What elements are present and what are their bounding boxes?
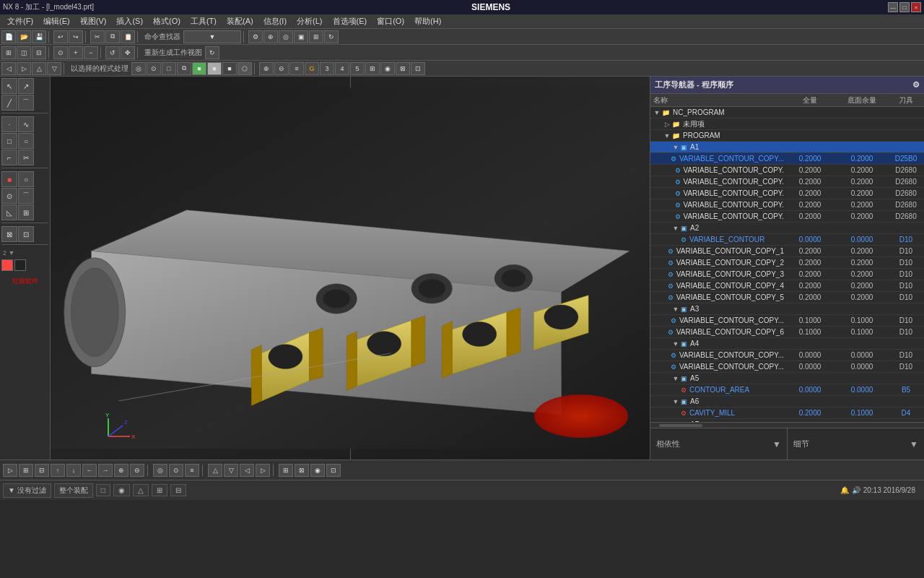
nav-row-vc-c5[interactable]: ⚙ VARIABLE_CONTOUR_COPY_5 0.2000 0.2000 … xyxy=(650,292,924,303)
tb-g1[interactable]: G xyxy=(305,62,319,75)
tb-undo[interactable]: ↩ xyxy=(53,30,68,43)
tb-sel7[interactable]: ■ xyxy=(222,62,237,75)
tb-more7[interactable]: ⊡ xyxy=(411,62,425,75)
menu-analysis[interactable]: 分析(L) xyxy=(292,15,326,27)
nav-row-vc-a4b[interactable]: ⚙ VARIABLE_CONTOUR_COPY... 0.0000 0.0000… xyxy=(650,361,924,373)
tb-open[interactable]: 📂 xyxy=(17,30,31,43)
menu-help[interactable]: 帮助(H) xyxy=(410,15,445,27)
sb-extrude[interactable]: ■ xyxy=(1,171,17,187)
tb-more5[interactable]: ◉ xyxy=(380,62,395,75)
bt-btn2[interactable]: ⊞ xyxy=(19,464,33,477)
tb-sel8[interactable]: ⬡ xyxy=(237,62,252,75)
minimize-button[interactable]: — xyxy=(888,2,898,12)
nav-row-vc-a4a[interactable]: ⚙ VARIABLE_CONTOUR_COPY... 0.0000 0.0000… xyxy=(650,350,924,361)
nav-row-cavity-mill[interactable]: ⚙ CAVITY_MILL 0.2000 0.1000 D4 xyxy=(650,407,924,419)
nav-row-vc-a3a[interactable]: ⚙ VARIABLE_CONTOUR_COPY... 0.1000 0.1000… xyxy=(650,315,924,327)
sb-line[interactable]: ╱ xyxy=(1,95,17,111)
bt-btn15[interactable]: ◁ xyxy=(240,464,254,477)
nav-row-program[interactable]: ▼ 📁 PROGRAM xyxy=(650,130,924,142)
scrollbar-thumb[interactable] xyxy=(659,424,702,427)
bt-btn7[interactable]: → xyxy=(98,464,113,477)
nav-row-vc[interactable]: ⚙ VARIABLE_CONTOUR 0.0000 0.0000 D10 xyxy=(650,234,924,246)
bt-btn4[interactable]: ↑ xyxy=(51,464,65,477)
menu-insert[interactable]: 插入(S) xyxy=(112,15,147,27)
nav-row-vc-c2[interactable]: ⚙ VARIABLE_CONTOUR_COPY_2 0.2000 0.2000 … xyxy=(650,257,924,269)
tb-copy[interactable]: ⧉ xyxy=(105,30,120,43)
nav-row-vc-copy4[interactable]: ⚙ VARIABLE_CONTOUR_COPY. 0.2000 0.2000 D… xyxy=(650,188,924,199)
menu-tools[interactable]: 工具(T) xyxy=(186,15,221,27)
tb-zoom-in[interactable]: + xyxy=(69,46,83,59)
menu-edit[interactable]: 编辑(E) xyxy=(39,15,74,27)
menu-format[interactable]: 格式(O) xyxy=(149,15,185,27)
bt-btn12[interactable]: ≡ xyxy=(185,464,199,477)
tb-new[interactable]: 📄 xyxy=(1,30,16,43)
detail-arrow[interactable]: ▼ xyxy=(910,439,918,449)
snap-btn4[interactable]: ⊞ xyxy=(152,484,167,496)
tb-more1[interactable]: ⊕ xyxy=(259,62,274,75)
sb-hole[interactable]: ⊙ xyxy=(1,188,17,204)
sb-pattern[interactable]: ⊞ xyxy=(18,204,34,220)
sb-fillet[interactable]: ⌐ xyxy=(1,150,17,165)
tb-save[interactable]: 💾 xyxy=(32,30,46,43)
nav-scrollbar[interactable] xyxy=(650,422,924,428)
expand-unused[interactable]: ▷ xyxy=(663,121,671,128)
tb-cmd-find[interactable]: ▼ xyxy=(183,30,241,43)
menu-assembly[interactable]: 装配(A) xyxy=(222,15,258,27)
nav-row-a1[interactable]: ▼ ▣ A1 xyxy=(650,142,924,153)
tb-regen[interactable]: ↻ xyxy=(205,46,219,59)
snap-btn3[interactable]: △ xyxy=(133,484,149,496)
bt-btn19[interactable]: ◉ xyxy=(310,464,325,477)
bt-btn5[interactable]: ↓ xyxy=(66,464,81,477)
nav-row-unused[interactable]: ▷ 📁 未用项 xyxy=(650,118,924,130)
expand-a3[interactable]: ▼ xyxy=(672,306,679,313)
assembly-status[interactable]: 整个装配 xyxy=(54,483,93,498)
viewport[interactable]: 翱翔培训 邱工 18706216380 QQ:164956036 手机:1870… xyxy=(51,77,650,460)
snap-btn2[interactable]: ◉ xyxy=(113,484,130,496)
tb-btn10[interactable]: ↻ xyxy=(324,30,339,43)
window-controls[interactable]: — □ × xyxy=(888,2,921,12)
maximize-button[interactable]: □ xyxy=(899,2,910,12)
menu-view[interactable]: 视图(V) xyxy=(76,15,111,27)
sb-circle[interactable]: ○ xyxy=(18,133,34,149)
bt-btn18[interactable]: ⊠ xyxy=(295,464,309,477)
nav-row-vc-c3[interactable]: ⚙ VARIABLE_CONTOUR_COPY_3 0.2000 0.2000 … xyxy=(650,269,924,280)
tb-btn7[interactable]: ◎ xyxy=(279,30,293,43)
tb-view3[interactable]: ⊟ xyxy=(32,46,46,59)
tb-sel1[interactable]: ◎ xyxy=(131,62,146,75)
nav-row-vc-a3b[interactable]: ⚙ VARIABLE_CONTOUR_COPY_6 0.1000 0.1000 … xyxy=(650,327,924,338)
tb-more2[interactable]: ⊖ xyxy=(274,62,289,75)
bt-btn9[interactable]: ⊖ xyxy=(130,464,144,477)
expand-a1[interactable]: ▼ xyxy=(672,144,679,151)
sb-fillet2[interactable]: ⌒ xyxy=(18,188,34,204)
menu-preferences[interactable]: 首选项(E) xyxy=(328,15,372,27)
filter-status[interactable]: ▼ 没有过滤 xyxy=(3,483,51,498)
tb-btn9[interactable]: ⊞ xyxy=(309,30,323,43)
nav-row-vc-copy3[interactable]: ⚙ VARIABLE_CONTOUR_COPY. 0.2000 0.2000 D… xyxy=(650,176,924,188)
tb-btn5[interactable]: ⚙ xyxy=(248,30,263,43)
snap-btn5[interactable]: ⊟ xyxy=(170,484,186,496)
tb-cut[interactable]: ✂ xyxy=(90,30,105,43)
tb-pan[interactable]: ✥ xyxy=(121,46,135,59)
bt-btn11[interactable]: ⊙ xyxy=(169,464,183,477)
nav-settings-icon[interactable]: ⚙ xyxy=(912,80,920,90)
bt-btn17[interactable]: ⊞ xyxy=(279,464,293,477)
dependency-arrow[interactable]: ▼ xyxy=(772,439,781,449)
sb-trim[interactable]: ✂ xyxy=(18,150,34,165)
sb-point[interactable]: · xyxy=(1,116,17,132)
tb-sel3[interactable]: □ xyxy=(162,62,176,75)
nav-row-a2[interactable]: ▼ ▣ A2 xyxy=(650,223,924,234)
bt-btn3[interactable]: ⊟ xyxy=(35,464,49,477)
sb-color2[interactable] xyxy=(14,259,26,271)
tb-paste[interactable]: 📋 xyxy=(121,30,135,43)
bt-btn20[interactable]: ⊡ xyxy=(326,464,341,477)
bt-btn10[interactable]: ◎ xyxy=(153,464,167,477)
tb-4[interactable]: 4 xyxy=(335,62,349,75)
tb-rotate[interactable]: ↺ xyxy=(105,46,120,59)
tb-sel4[interactable]: ⧉ xyxy=(177,62,191,75)
nav-row-contour-area[interactable]: ⚙ CONTOUR_AREA 0.0000 0.0000 B5 xyxy=(650,384,924,396)
tb-redo[interactable]: ↪ xyxy=(69,30,83,43)
expand-nc-program[interactable]: ▼ xyxy=(653,109,661,116)
expand-a6[interactable]: ▼ xyxy=(672,398,679,405)
close-button[interactable]: × xyxy=(911,2,921,12)
menu-info[interactable]: 信息(I) xyxy=(259,15,291,27)
